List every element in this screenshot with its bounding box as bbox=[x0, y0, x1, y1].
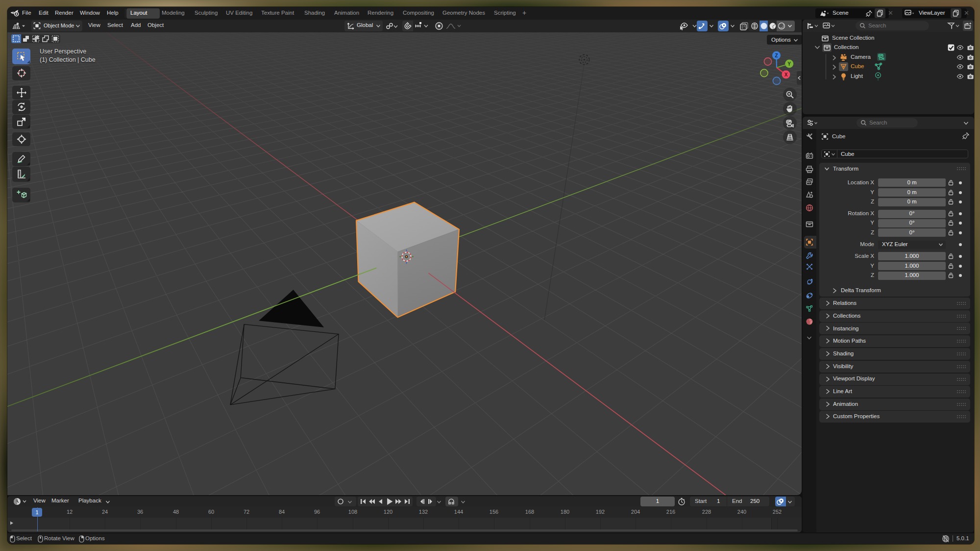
svg-text:X: X bbox=[784, 72, 788, 77]
svg-text:Y: Y bbox=[787, 61, 791, 67]
svg-text:Z: Z bbox=[775, 53, 778, 58]
